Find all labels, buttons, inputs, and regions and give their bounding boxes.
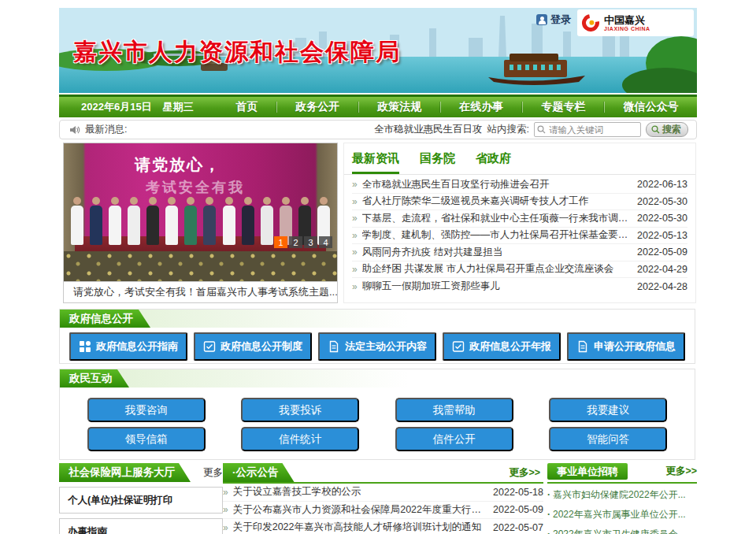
double-arrow-icon: » [223, 504, 228, 515]
nav-date: 2022年6月15日 [59, 100, 152, 114]
announcement-item[interactable]: » 关于印发2022年嘉兴市高技能人才研修培训班计划的通知 2022-05-07 [223, 519, 543, 534]
double-arrow-icon: » [352, 179, 358, 190]
ribbon-fade [60, 369, 695, 388]
recruitment-section: 事业单位招聘 更多>> 嘉兴市妇幼保健院2022年公开... 2022年嘉兴市属… [547, 463, 697, 534]
social-insurance-title: 社会保险网上服务大厅 [59, 463, 191, 482]
interaction-title: 政民互动 [60, 369, 129, 388]
button-annual-report[interactable]: 政府信息公开年报 [443, 332, 561, 361]
news-item[interactable]: » 下基层、走流程，省社保和就业中心主任项薇一行来我市调研“国统”上线情况 20… [352, 210, 687, 228]
service-item-guide[interactable]: 办事指南 [59, 518, 223, 534]
ticker-label: 最新消息: [85, 123, 127, 136]
button-info-guide[interactable]: 政府信息公开指南 [69, 332, 187, 361]
double-arrow-icon: » [352, 230, 358, 241]
jiaxing-logo: 中国嘉兴 JIAXING CHINA [577, 9, 694, 36]
service-item-insurance-print[interactable]: 个人(单位)社保证明打印 [59, 487, 223, 514]
carousel-page-1[interactable]: 1 [274, 236, 287, 248]
main-nav: 2022年6月15日 星期三 首页 政务公开 政策法规 在线办事 专题专栏 微信… [59, 95, 697, 117]
news-list: » 全市稳就业惠民生百日攻坚行动推进会召开 2022-06-13 » 省人社厅陈… [344, 175, 695, 295]
nav-item-special[interactable]: 专题专栏 [533, 97, 593, 117]
button-letter-open[interactable]: 信件公开 [395, 427, 513, 451]
logo-text-en: JIAXING CHINA [604, 26, 650, 32]
search-button[interactable]: 搜索 [646, 122, 688, 137]
search-input[interactable] [534, 122, 641, 137]
carousel-page-4[interactable]: 4 [319, 236, 332, 248]
announcements-section: ·公示公告 更多>> » 关于设立嘉善技工学校的公示 2022-05-18 » … [223, 463, 543, 534]
photo-carousel[interactable]: 请党放心， 考试安全有我 1 2 3 4 [63, 143, 338, 282]
button-letter-stats[interactable]: 信件统计 [241, 427, 359, 451]
info-disclosure-buttons: 政府信息公开指南 政府信息公开制度 法定主动公开内容 [69, 332, 685, 361]
recruitment-item[interactable]: 2022年嘉兴市属事业单位公开... [547, 506, 697, 523]
tab-state-council[interactable]: 国务院 [420, 151, 455, 174]
button-leader-mailbox[interactable]: 领导信箱 [87, 427, 206, 451]
jiaxing-logo-icon [579, 11, 603, 35]
login-button[interactable]: 登录 [536, 13, 571, 27]
button-request-disclosure[interactable]: 申请公开政府信息 [567, 332, 685, 361]
recruitment-item[interactable]: 嘉兴市妇幼保健院2022年公开... [547, 486, 697, 503]
button-suggest[interactable]: 我要建议 [549, 398, 667, 422]
nav-separator [604, 102, 605, 113]
nav-weekday: 星期三 [163, 100, 194, 114]
doc-check-icon [452, 340, 465, 353]
button-info-system[interactable]: 政府信息公开制度 [194, 332, 312, 361]
news-item[interactable]: » 风雨同舟齐抗疫 结对共建显担当 2022-05-09 [352, 244, 687, 261]
button-legal-disclosure[interactable]: 法定主动公开内容 [318, 332, 436, 361]
double-arrow-icon: » [352, 213, 358, 224]
carousel-page-3[interactable]: 3 [304, 236, 317, 248]
tab-latest-news[interactable]: 最新资讯 [352, 151, 399, 174]
recruitment-title: 事业单位招聘 [547, 463, 628, 480]
double-arrow-icon: » [352, 281, 358, 292]
button-need-help[interactable]: 我需帮助 [395, 398, 513, 422]
login-label: 登录 [550, 13, 571, 27]
carousel-page-2[interactable]: 2 [289, 236, 302, 248]
news-ticker-bar: 最新消息: 全市稳就业惠民生百日攻 站内搜索: 搜索 [59, 120, 697, 139]
interaction-buttons: 我要咨询 我要投诉 我需帮助 我要建议 领导信箱 信件统计 信件公开 智能问答 [69, 398, 685, 451]
site-title: 嘉兴市人力资源和社会保障局 [73, 36, 401, 69]
nav-separator [440, 102, 441, 113]
news-item[interactable]: » 全市稳就业惠民生百日攻坚行动推进会召开 2022-06-13 [352, 176, 687, 194]
ribbon-fade [60, 310, 695, 328]
double-arrow-icon: » [352, 264, 358, 275]
announcement-item[interactable]: » 关于设立嘉善技工学校的公示 2022-05-18 [223, 484, 543, 502]
login-icon [536, 14, 547, 25]
nav-separator [522, 102, 523, 113]
site-search-label: 站内搜索: [487, 123, 529, 136]
news-item[interactable]: » 聊聊五一假期加班工资那些事儿 2022-04-28 [352, 278, 687, 295]
ticker-scrolling-link[interactable]: 全市稳就业惠民生百日攻 [374, 123, 483, 136]
social-insurance-more-link[interactable]: 更多 [203, 466, 223, 480]
page: 嘉兴市人力资源和社会保障局 登录 中国嘉兴 JIAXING CHINA 2022… [0, 0, 756, 534]
news-panel: 最新资讯 国务院 省政府 » 全市稳就业惠民生百日攻坚行动推进会召开 2022-… [343, 143, 696, 303]
double-arrow-icon: » [352, 196, 358, 207]
recruitment-item[interactable]: 2022年嘉兴市卫生健康委员会... [547, 525, 697, 534]
nav-item-home[interactable]: 首页 [228, 97, 265, 117]
announcements-more-link[interactable]: 更多>> [509, 466, 543, 480]
slide-text-line1: 请党放心， [135, 154, 221, 176]
nav-separator [358, 102, 359, 113]
news-item[interactable]: » 学制度、建机制、强防控——市人力社保局召开社保基金要情专题学习会 2022-… [352, 228, 687, 245]
double-arrow-icon: » [352, 247, 358, 258]
button-complain[interactable]: 我要投诉 [241, 398, 359, 422]
recruitment-more-link[interactable]: 更多>> [665, 465, 697, 478]
social-insurance-section: 社会保险网上服务大厅 更多 个人(单位)社保证明打印 办事指南 [59, 463, 223, 534]
button-consult[interactable]: 我要咨询 [87, 398, 206, 422]
banner: 嘉兴市人力资源和社会保障局 登录 中国嘉兴 JIAXING CHINA [59, 8, 697, 93]
tab-provincial-gov[interactable]: 省政府 [476, 151, 511, 174]
search-input-icon [537, 125, 546, 134]
carousel-caption[interactable]: 请党放心，考试安全有我！首届嘉兴市人事考试系统主题... [63, 282, 338, 303]
speaker-icon [69, 124, 80, 135]
doc-check-icon [203, 340, 216, 353]
search-icon [651, 125, 660, 134]
news-item[interactable]: » 助企纾困 共谋发展 市人力社保局召开重点企业交流座谈会 2022-04-29 [352, 261, 687, 279]
logo-text-cn: 中国嘉兴 [604, 15, 650, 26]
search-button-label: 搜索 [662, 123, 681, 136]
announcements-title: ·公示公告 [223, 463, 295, 482]
news-item[interactable]: » 省人社厅陈荣华二级巡视员来嘉兴调研专技人才工作 2022-05-30 [352, 194, 687, 211]
nav-item-wechat[interactable]: 微信公众号 [615, 97, 686, 117]
button-smart-qa[interactable]: 智能问答 [549, 427, 667, 451]
file-icon [576, 340, 589, 353]
nav-item-policy[interactable]: 政策法规 [369, 97, 429, 117]
double-arrow-icon: » [223, 522, 228, 533]
double-arrow-icon: » [223, 487, 228, 498]
nav-item-gov-open[interactable]: 政务公开 [287, 97, 347, 117]
announcement-item[interactable]: » 关于公布嘉兴市人力资源和社会保障局2022年度重大行政决策事... 2022… [223, 502, 543, 520]
nav-item-online[interactable]: 在线办事 [451, 97, 511, 117]
